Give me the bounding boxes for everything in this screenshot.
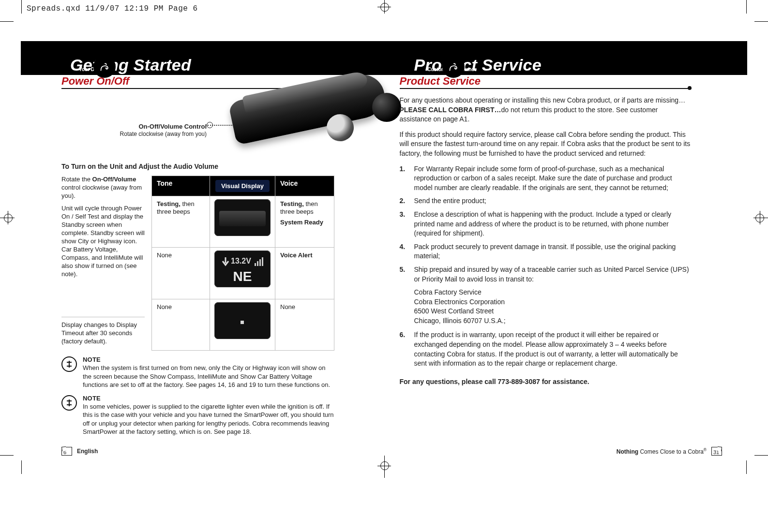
page-number: 6 — [61, 447, 72, 456]
procedure-col: Rotate the On-Off/Volume control clockwi… — [61, 176, 145, 351]
table-row: None None — [152, 299, 334, 350]
crop-mark — [21, 460, 22, 474]
page-number: 31 — [711, 447, 722, 456]
registration-mark — [0, 218, 15, 218]
device-illustration: On-Off/Volume Control Rotate clockwise (… — [61, 96, 369, 159]
call-to-action: For any questions, please call 773-889-3… — [400, 377, 692, 387]
svg-rect-0 — [255, 263, 256, 266]
note-icon — [61, 356, 77, 372]
visual-display-cell: § Cobra — [210, 196, 275, 247]
display-standby: 13.2V NE — [214, 251, 271, 287]
registration-mark — [380, 3, 389, 12]
print-slug: Spreads.qxd 11/9/07 12:19 PM Page 6 — [27, 5, 198, 13]
page-sheet: Spreads.qxd 11/9/07 12:19 PM Page 6 Your… — [0, 0, 768, 532]
registration-mark — [4, 214, 13, 222]
note-title: NOTE — [83, 395, 334, 401]
crop-mark — [746, 0, 747, 14]
visual-display-cell — [210, 299, 275, 350]
th-visual: Visual Display — [210, 176, 275, 196]
crop-mark — [0, 21, 14, 22]
hero-callout-title: On-Off/Volume Control — [76, 123, 207, 131]
display-direction: NE — [214, 270, 271, 283]
table-row: Testing, then three beeps § Cobra Testin… — [152, 196, 334, 247]
spread: Your Detector Getting Started Power On/O… — [21, 17, 747, 459]
procedure-step: Rotate the On-Off/Volume control clockwi… — [61, 176, 145, 200]
note-icon — [61, 395, 77, 411]
registration-mark — [377, 466, 391, 466]
note-title: NOTE — [83, 356, 334, 363]
crop-mark — [746, 460, 747, 474]
note-block: NOTE In some vehicles, power is supplied… — [61, 395, 369, 436]
footer-language: English — [77, 448, 98, 454]
intro-paragraph: If this product should require factory s… — [400, 130, 692, 159]
note-text: When the system is first turned on from … — [83, 364, 334, 389]
display-timeout — [214, 302, 271, 339]
note-text: In some vehicles, power is supplied to t… — [83, 402, 334, 436]
section-rule — [400, 88, 692, 89]
service-steps-list: 1.For Warranty Repair include some form … — [400, 164, 692, 284]
registration-mark — [377, 7, 391, 7]
table-row: None 13.2V NE — [152, 248, 334, 299]
svg-rect-1 — [257, 261, 258, 266]
visual-display-cell: 13.2V NE — [210, 248, 275, 299]
footer-left: 6 English — [61, 447, 98, 456]
crop-mark — [754, 455, 768, 456]
procedure-step: Unit will cycle through Power On / Self … — [61, 205, 145, 278]
header-band: Your Detector Getting Started — [21, 41, 384, 75]
list-item: 4.Pack product securely to prevent damag… — [400, 242, 692, 261]
feedback-table: Tone Visual Display Voice Testing, then … — [151, 176, 334, 351]
page-right: Customer Assistance Product Service Prod… — [384, 17, 748, 459]
down-arrow-icon — [220, 256, 231, 267]
th-voice: Voice — [275, 176, 334, 196]
list-item: 1.For Warranty Repair include some form … — [400, 164, 692, 193]
crop-mark — [21, 0, 22, 14]
hero-callout: On-Off/Volume Control Rotate clockwise (… — [76, 123, 207, 137]
display-voltage: 13.2V — [231, 257, 251, 265]
snake-glyph-icon: § — [223, 213, 228, 222]
page-left: Your Detector Getting Started Power On/O… — [21, 17, 384, 459]
intro-paragraph: For any questions about operating or ins… — [400, 96, 692, 124]
registration-mark — [753, 218, 768, 218]
cobra-snake-icon — [93, 56, 116, 78]
list-item: 5.Ship prepaid and insured by way of a t… — [400, 265, 692, 284]
service-steps-list-cont: 6.If the product is in warranty, upon re… — [400, 330, 692, 368]
list-item: 3.Enclose a description of what is happe… — [400, 210, 692, 238]
list-item: 6.If the product is in warranty, upon re… — [400, 330, 692, 368]
hero-callout-text: Rotate clockwise (away from you) — [76, 131, 207, 137]
header-band: Customer Assistance Product Service — [384, 41, 748, 75]
th-tone: Tone — [152, 176, 210, 196]
procedure-step: Display changes to Display Timeout after… — [61, 321, 145, 346]
svg-rect-2 — [259, 259, 261, 266]
crop-mark — [754, 21, 768, 22]
note-block: NOTE When the system is first turned on … — [61, 356, 369, 389]
list-item: 2.Send the entire product; — [400, 196, 692, 206]
registration-mark — [8, 211, 8, 224]
display-brand-text: Cobra — [214, 212, 271, 225]
crop-mark — [0, 455, 14, 456]
detector-device-graphic — [231, 86, 391, 168]
registration-mark — [760, 211, 760, 224]
svg-rect-3 — [262, 257, 263, 266]
display-cobra: § Cobra — [214, 199, 271, 236]
section-heading: Product Service — [400, 76, 692, 88]
footer-tagline: Nothing Comes Close to a Cobra® — [617, 448, 707, 455]
signal-bars-icon — [254, 256, 265, 267]
footer-right: Nothing Comes Close to a Cobra® 31 — [617, 447, 722, 456]
cobra-snake-icon — [442, 56, 465, 78]
factory-address: Cobra Factory Service Cobra Electronics … — [414, 288, 692, 325]
